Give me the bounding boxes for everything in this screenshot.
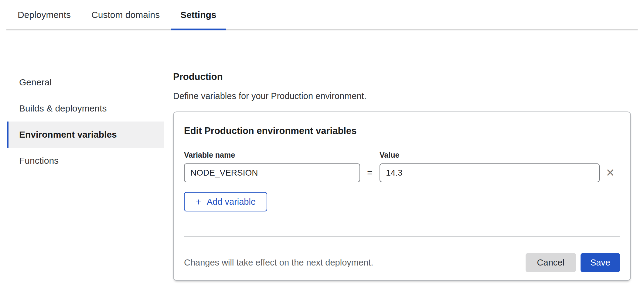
save-button[interactable]: Save: [581, 253, 620, 272]
settings-layout: General Builds & deployments Environment…: [0, 30, 644, 281]
sidebar-item-environment-variables[interactable]: Environment variables: [7, 122, 164, 148]
variable-name-label: Variable name: [184, 151, 360, 159]
settings-sidebar: General Builds & deployments Environment…: [7, 69, 164, 174]
sidebar-item-environment-variables-label: Environment variables: [19, 129, 117, 140]
page-title: Production: [173, 71, 631, 82]
page-subtitle: Define variables for your Production env…: [173, 91, 631, 101]
sidebar-item-general-label: General: [19, 77, 52, 87]
footer-buttons: Cancel Save: [526, 253, 620, 272]
card-footer: Changes will take effect on the next dep…: [184, 253, 620, 272]
tab-deployments[interactable]: Deployments: [8, 0, 80, 29]
card-title: Edit Production environment variables: [184, 125, 620, 136]
variable-row: Variable name Value = ✕: [184, 151, 620, 182]
sidebar-item-functions-label: Functions: [19, 156, 59, 166]
remove-variable-icon[interactable]: ✕: [606, 167, 615, 178]
add-variable-button[interactable]: + Add variable: [184, 192, 267, 211]
tab-settings-label: Settings: [180, 10, 216, 20]
plus-icon: +: [196, 197, 202, 207]
env-vars-card: Edit Production environment variables Va…: [173, 111, 631, 281]
tab-bar: Deployments Custom domains Settings: [6, 0, 638, 30]
sidebar-item-functions[interactable]: Functions: [7, 148, 164, 174]
sidebar-item-builds-deployments-label: Builds & deployments: [19, 103, 107, 114]
add-variable-label: Add variable: [207, 197, 256, 207]
sidebar-item-builds-deployments[interactable]: Builds & deployments: [7, 95, 164, 122]
cancel-button[interactable]: Cancel: [526, 253, 576, 272]
variable-name-input[interactable]: [184, 163, 360, 182]
sidebar-item-general[interactable]: General: [7, 69, 164, 95]
tab-settings[interactable]: Settings: [171, 0, 226, 29]
footer-note: Changes will take effect on the next dep…: [184, 258, 373, 268]
value-label: Value: [380, 151, 600, 159]
main-content: Production Define variables for your Pro…: [173, 69, 631, 281]
tab-deployments-label: Deployments: [18, 10, 71, 20]
variable-value-input[interactable]: [380, 163, 600, 182]
tab-custom-domains-label: Custom domains: [91, 10, 160, 20]
card-divider: [184, 236, 620, 237]
tab-custom-domains[interactable]: Custom domains: [82, 0, 169, 29]
equals-sign: =: [360, 167, 380, 178]
